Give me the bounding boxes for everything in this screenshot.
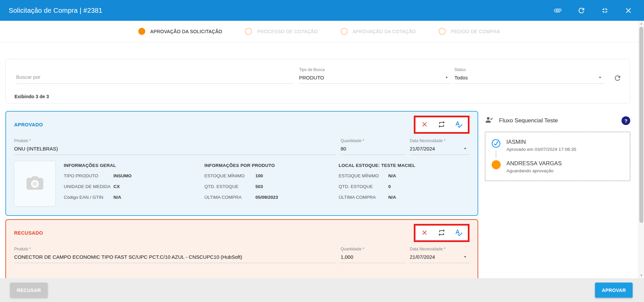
step-pedido-de-compra[interactable]: PEDIDO DE COMPRA: [439, 28, 500, 35]
collapse-window-button[interactable]: [600, 6, 609, 15]
chevron-down-icon: ▼: [445, 76, 451, 79]
refresh-button[interactable]: [577, 6, 586, 15]
main-row: APROVADO: [5, 111, 630, 278]
info-value: 05/09/2023: [255, 195, 278, 200]
quantidade-label: Quantidade *: [341, 138, 405, 143]
data-necessidade-field[interactable]: Data Necessidade * 21/07/2024 ▼: [410, 138, 469, 155]
search-input[interactable]: [16, 71, 293, 84]
info-row: UNIDADE DE MEDIDA CX: [64, 184, 204, 189]
info-column-por-produto: INFORMAÇÕES POR PRODUTO ESTOQUE MÍNIMO 1…: [204, 161, 339, 206]
produto-label: Produto *: [14, 138, 336, 143]
header-actions: [553, 6, 635, 15]
quantidade-value: 1,000: [341, 254, 353, 260]
refresh-icon: [613, 74, 622, 82]
modal-header: Solicitação de Compra | #2381: [0, 0, 644, 21]
produto-label: Produto *: [14, 247, 336, 251]
info-label: ÚLTIMA COMPRA: [339, 195, 388, 200]
repeat-icon: [438, 229, 446, 238]
purchase-request-modal: Solicitação de Compra | #2381: [0, 0, 644, 302]
scrollbar-thumb[interactable]: [639, 27, 643, 223]
quantidade-field[interactable]: Quantidade * 80: [341, 138, 405, 155]
replace-item-button[interactable]: [438, 121, 446, 129]
status-badge: RECUSADO: [14, 230, 43, 236]
item-fields: Produto * CONECTOR DE CAMPO ECONOMIC TIP…: [14, 247, 469, 263]
x-icon: [421, 121, 428, 129]
filter-panel: Tipo de Busca PRODUTO ▼ Status Todos ▼: [5, 59, 630, 104]
product-photo-placeholder: [14, 161, 56, 206]
approve-item-button[interactable]: [455, 121, 463, 129]
attachments-button[interactable]: [553, 6, 562, 15]
help-button[interactable]: ?: [622, 116, 630, 125]
data-necessidade-value: 21/07/2024: [410, 146, 435, 152]
info-label: TIPO PRODUTO: [64, 173, 113, 178]
info-title: INFORMAÇÕES POR PRODUTO: [204, 163, 339, 168]
step-circle-filled: [138, 28, 145, 35]
page-title: Solicitação de Compra | #2381: [9, 7, 102, 14]
camera-icon: [24, 173, 46, 194]
vertical-scrollbar[interactable]: ▲ ▼: [638, 21, 644, 278]
status-select[interactable]: Status Todos ▼: [454, 67, 604, 84]
card-header: APROVADO: [14, 115, 469, 134]
info-title: INFORMAÇÕES GERAL: [64, 163, 204, 168]
remove-item-button[interactable]: [420, 229, 429, 237]
card-header: RECUSADO: [14, 223, 469, 243]
flow-step-texts: ANDRESSA VARGAS Aguardando aprovação: [506, 160, 562, 173]
close-button[interactable]: [624, 6, 633, 15]
annotation-highlight-box: [414, 116, 469, 134]
produto-field[interactable]: Produto * ONU (INTELBRAS): [14, 138, 336, 155]
search-type-label: Tipo de Busca: [299, 67, 451, 72]
data-necessidade-field[interactable]: Data Necessidade * 21/07/2024 ▼: [410, 247, 469, 263]
info-label: ÚLTIMA COMPRA: [204, 195, 255, 200]
recusar-button[interactable]: RECUSAR: [10, 283, 48, 298]
step-aprovacao-da-solicitacao[interactable]: APROVAÇÃO DA SOLICITAÇÃO: [138, 28, 222, 35]
item-info: INFORMAÇÕES GERAL TIPO PRODUTO INSUMO UN…: [14, 161, 469, 206]
search-refresh-button[interactable]: [613, 74, 622, 82]
items-column: APROVADO: [5, 111, 478, 278]
scroll-up-arrow[interactable]: ▲: [639, 21, 644, 26]
approver-status: Aguardando aprovação: [506, 168, 562, 173]
info-label: QTD. ESTOQUE: [204, 184, 255, 189]
step-label: APROVAÇÃO DA COTAÇÃO: [353, 29, 416, 34]
info-title: LOCAL ESTOQUE: TESTE MACIEL: [339, 163, 469, 168]
step-circle-outline: [341, 28, 348, 35]
aprovar-button[interactable]: APROVAR: [595, 283, 633, 298]
annotation-highlight-box: [414, 224, 469, 242]
flow-step-waiting: ANDRESSA VARGAS Aguardando aprovação: [491, 160, 624, 173]
approval-flow-box: IASMIN Aprovado em 03/07/2024 17:06:35 A…: [485, 132, 630, 181]
remove-item-button[interactable]: [420, 121, 429, 129]
approval-flow-panel: Fluxo Sequencial Teste ?: [485, 111, 630, 181]
info-label: ESTOQUE MÍNIMO: [339, 173, 388, 178]
item-fields: Produto * ONU (INTELBRAS) Quantidade * 8…: [14, 138, 469, 155]
step-label: PEDIDO DE COMPRA: [451, 29, 500, 34]
results-count: Exibindo 3 de 3: [14, 94, 622, 99]
approver-name: ANDRESSA VARGAS: [506, 160, 562, 167]
step-aprovacao-da-cotacao[interactable]: APROVAÇÃO DA COTAÇÃO: [341, 28, 416, 35]
search-type-select[interactable]: Tipo de Busca PRODUTO ▼: [299, 67, 451, 84]
paperclip-icon: [554, 6, 562, 14]
step-circle-outline: [245, 28, 252, 35]
chevron-down-icon: ▼: [463, 255, 469, 258]
produto-field[interactable]: Produto * CONECTOR DE CAMPO ECONOMIC TIP…: [14, 247, 336, 263]
step-processo-de-cotacao[interactable]: PROCESSO DE COTAÇÃO: [245, 28, 317, 35]
approver-name: IASMIN: [506, 139, 576, 145]
flow-connector-line: [496, 150, 496, 159]
search-field: [14, 71, 296, 84]
flow-step-texts: IASMIN Aprovado em 03/07/2024 17:06:35: [506, 139, 576, 160]
info-row: QTD. ESTOQUE 0: [339, 184, 469, 189]
info-label: QTD. ESTOQUE: [339, 184, 388, 189]
approve-item-button[interactable]: [455, 229, 463, 237]
step-label: APROVAÇÃO DA SOLICITAÇÃO: [150, 29, 222, 34]
process-stepper: APROVAÇÃO DA SOLICITAÇÃO PROCESSO DE COT…: [0, 21, 638, 42]
quantidade-field[interactable]: Quantidade * 1,000: [341, 247, 405, 263]
approver-status: Aprovado em 03/07/2024 17:06:35: [506, 147, 576, 152]
status-badge: APROVADO: [14, 122, 43, 127]
chevron-down-icon: ▼: [463, 147, 469, 150]
produto-value: ONU (INTELBRAS): [14, 146, 58, 152]
scroll-down-arrow[interactable]: ▼: [639, 273, 644, 278]
pending-dot-icon: [492, 160, 501, 169]
info-row: Código EAN / GTIN N/A: [64, 195, 204, 200]
flow-icon-column: [491, 160, 501, 173]
info-value: N/A: [113, 195, 121, 200]
replace-item-button[interactable]: [438, 229, 446, 237]
scroll-content: APROVAÇÃO DA SOLICITAÇÃO PROCESSO DE COT…: [0, 21, 638, 278]
